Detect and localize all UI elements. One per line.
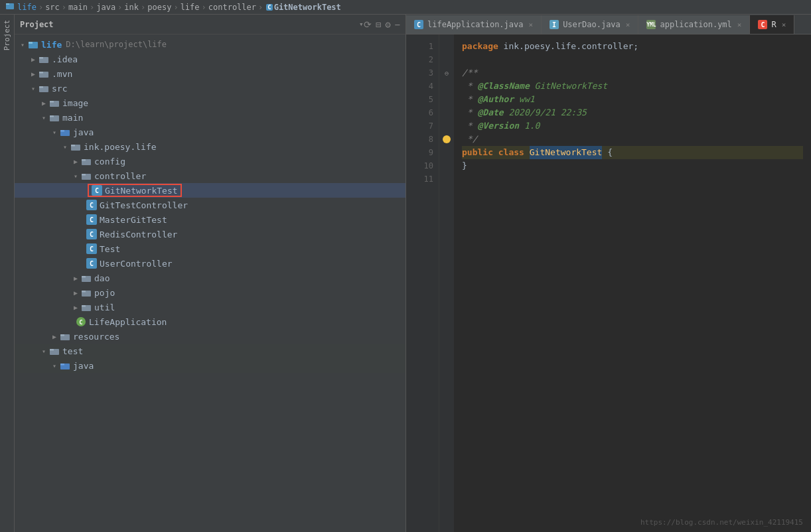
- bc-src[interactable]: src: [45, 3, 60, 12]
- gutter-7: [439, 119, 454, 133]
- hide-icon[interactable]: −: [395, 19, 400, 30]
- bc-ink[interactable]: ink: [124, 3, 139, 12]
- tab-close-userdao[interactable]: ×: [626, 21, 630, 29]
- item-label-image: image: [62, 98, 88, 108]
- tree-item-pkg[interactable]: ▾ ink.poesy.life: [15, 139, 406, 154]
- expand-pojo[interactable]: ▶: [70, 287, 81, 298]
- tree-item-rediscontroller[interactable]: C RedisController: [15, 227, 406, 241]
- token-author-tag: @Author: [477, 93, 514, 106]
- tab-appyml[interactable]: YML application.yml ×: [638, 15, 750, 34]
- token-comment-open: /**: [462, 66, 477, 80]
- tab-icon-r: C: [758, 20, 767, 29]
- token-line5-pre: *: [462, 93, 477, 106]
- item-label-gitnetworktest: GitNetworkTest: [105, 186, 178, 196]
- tree-item-gitnetworktest[interactable]: C GitNetworkTest: [15, 183, 406, 198]
- expand-dao[interactable]: ▶: [70, 273, 81, 283]
- token-line7-pre: *: [462, 119, 477, 133]
- expand-main[interactable]: ▾: [38, 112, 49, 123]
- code-editor[interactable]: package ink.poesy.life.controller; /** *…: [454, 34, 811, 532]
- expand-life[interactable]: ▾: [17, 39, 28, 50]
- svg-rect-33: [50, 349, 54, 351]
- tree-item-util[interactable]: ▶ util: [15, 300, 406, 314]
- class-icon-mastergittest: C: [86, 214, 97, 225]
- folder-icon-main: [49, 112, 60, 123]
- token-class: class: [498, 146, 524, 159]
- tree-item-image[interactable]: ▶ image: [15, 96, 406, 110]
- svg-rect-27: [82, 305, 86, 307]
- sync-icon[interactable]: ⟳: [364, 19, 372, 30]
- token-classname-def: GitNetworkTest: [530, 146, 603, 159]
- tab-userdao[interactable]: I UserDao.java ×: [542, 15, 638, 34]
- sidebar-dropdown-arrow[interactable]: ▾: [359, 20, 364, 29]
- bulb-icon[interactable]: [443, 135, 451, 143]
- tab-close-lifeapp[interactable]: ×: [529, 21, 534, 29]
- token-classname-tag: @ClassName: [477, 80, 529, 93]
- bc-controller[interactable]: controller: [208, 3, 256, 12]
- expand-mvn[interactable]: ▶: [28, 68, 38, 79]
- code-line-5: * @Author ww1: [462, 93, 803, 106]
- tree-item-java[interactable]: ▾ java: [15, 125, 406, 139]
- collapse-all-icon[interactable]: ⊟: [376, 19, 381, 30]
- tree-item-test-class[interactable]: C Test: [15, 241, 406, 256]
- svg-rect-23: [82, 276, 86, 278]
- gutter: ⊖: [439, 34, 454, 532]
- expand-util[interactable]: ▶: [70, 302, 81, 312]
- editor-panel: C lifeApplication.java × I UserDao.java …: [406, 15, 811, 532]
- expand-java-test[interactable]: ▾: [49, 360, 60, 371]
- token-public: public: [462, 146, 493, 159]
- expand-config[interactable]: ▶: [70, 156, 81, 166]
- token-date-tag: @Date: [477, 106, 503, 119]
- side-panel-tab: Project: [0, 15, 15, 532]
- tree-item-dao[interactable]: ▶ dao: [15, 271, 406, 285]
- item-path-life: D:\learn\project\life: [66, 40, 167, 49]
- expand-src[interactable]: ▾: [28, 83, 38, 94]
- expand-controller[interactable]: ▾: [70, 170, 81, 181]
- tab-close-appyml[interactable]: ×: [737, 21, 742, 29]
- bc-life[interactable]: life: [17, 3, 37, 12]
- expand-test[interactable]: ▾: [38, 346, 49, 356]
- folder-icon-pkg: [70, 141, 81, 152]
- tree-item-life[interactable]: ▾ life D:\learn\project\life: [15, 37, 406, 52]
- expand-resources[interactable]: ▶: [49, 331, 60, 342]
- token-pkg-name: ink.poesy.life.controller;: [498, 40, 638, 53]
- tree-item-controller[interactable]: ▾ controller: [15, 168, 406, 183]
- bc-java[interactable]: java: [96, 3, 115, 12]
- settings-icon[interactable]: ⚙: [385, 19, 390, 30]
- gutter-4: [439, 80, 454, 93]
- tree-item-config[interactable]: ▶ config: [15, 154, 406, 168]
- item-label-src: src: [52, 84, 67, 94]
- tab-close-r[interactable]: ×: [782, 21, 786, 29]
- tree-item-main[interactable]: ▾ main: [15, 110, 406, 125]
- bc-gitnetworktest[interactable]: GitNetworkTest: [274, 3, 341, 12]
- expand-java[interactable]: ▾: [49, 127, 60, 137]
- expand-image[interactable]: ▶: [38, 98, 49, 108]
- tree-item-java-test[interactable]: ▾ java: [15, 358, 406, 373]
- svg-text:C: C: [79, 319, 82, 326]
- tree-item-pojo[interactable]: ▶ pojo: [15, 285, 406, 300]
- expand-pkg[interactable]: ▾: [60, 141, 70, 152]
- tree-item-lifeapp[interactable]: C LifeApplication: [15, 314, 406, 329]
- bc-main[interactable]: main: [68, 3, 88, 12]
- tree-item-resources[interactable]: ▶ resources: [15, 329, 406, 344]
- class-icon-gittestcontroller: C: [86, 200, 97, 210]
- token-line4: *: [462, 80, 477, 93]
- tree-item-src[interactable]: ▾ src: [15, 81, 406, 96]
- spacer-gitnetworktest: [81, 185, 86, 196]
- tab-lifeapp[interactable]: C lifeApplication.java ×: [406, 15, 542, 34]
- tree-item-idea[interactable]: ▶ .idea: [15, 52, 406, 66]
- tree-item-usercontroller[interactable]: C UserController: [15, 256, 406, 271]
- tree-item-gittestcontroller[interactable]: C GitTestController: [15, 198, 406, 212]
- project-tab-label[interactable]: Project: [3, 20, 11, 50]
- tree-item-mastergittest[interactable]: C MasterGitTest: [15, 212, 406, 227]
- tree-item-test[interactable]: ▾ test: [15, 344, 406, 358]
- gutter-9: [439, 146, 454, 159]
- fold-icon[interactable]: ⊖: [445, 70, 449, 77]
- item-label-resources: resources: [73, 332, 119, 342]
- gutter-8: [439, 133, 454, 146]
- tab-r[interactable]: C R ×: [750, 15, 794, 34]
- expand-idea[interactable]: ▶: [28, 54, 38, 64]
- bc-poesy[interactable]: poesy: [147, 3, 171, 12]
- sidebar-toolbar: ⟳ ⊟ ⚙ −: [364, 19, 400, 30]
- bc-life2[interactable]: life: [181, 3, 200, 12]
- tree-item-mvn[interactable]: ▶ .mvn: [15, 66, 406, 81]
